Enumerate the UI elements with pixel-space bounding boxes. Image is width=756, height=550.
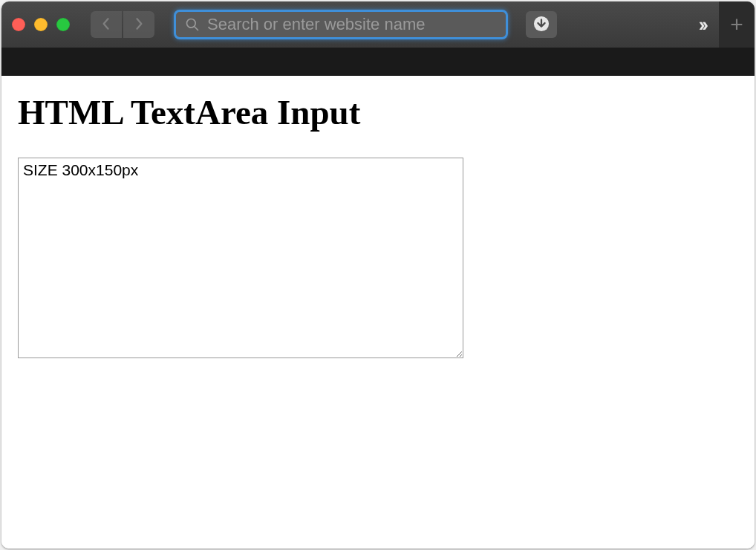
maximize-window-button[interactable] — [56, 18, 70, 31]
nav-buttons — [91, 11, 154, 38]
demo-textarea[interactable] — [18, 158, 463, 358]
window-controls — [12, 18, 70, 31]
addressbar-container — [174, 10, 508, 39]
downloads-button[interactable] — [526, 11, 557, 38]
close-window-button[interactable] — [12, 18, 25, 31]
svg-line-1 — [195, 27, 198, 30]
download-icon — [533, 16, 550, 34]
back-button[interactable] — [91, 11, 122, 38]
page-content: HTML TextArea Input — [1, 76, 755, 549]
tab-bar — [1, 48, 755, 76]
address-input[interactable] — [207, 15, 497, 34]
forward-button[interactable] — [123, 11, 154, 38]
page-title: HTML TextArea Input — [18, 92, 738, 132]
plus-icon: + — [730, 12, 743, 37]
chevron-left-icon — [101, 16, 111, 33]
new-tab-button[interactable]: + — [719, 1, 755, 48]
chevron-right-icon — [134, 16, 144, 33]
overflow-icon[interactable]: ›› — [693, 13, 711, 36]
minimize-window-button[interactable] — [34, 18, 48, 31]
addressbar[interactable] — [174, 10, 508, 39]
browser-window: ›› + HTML TextArea Input — [1, 1, 755, 549]
titlebar: ›› + — [1, 1, 755, 48]
search-icon — [185, 17, 200, 32]
